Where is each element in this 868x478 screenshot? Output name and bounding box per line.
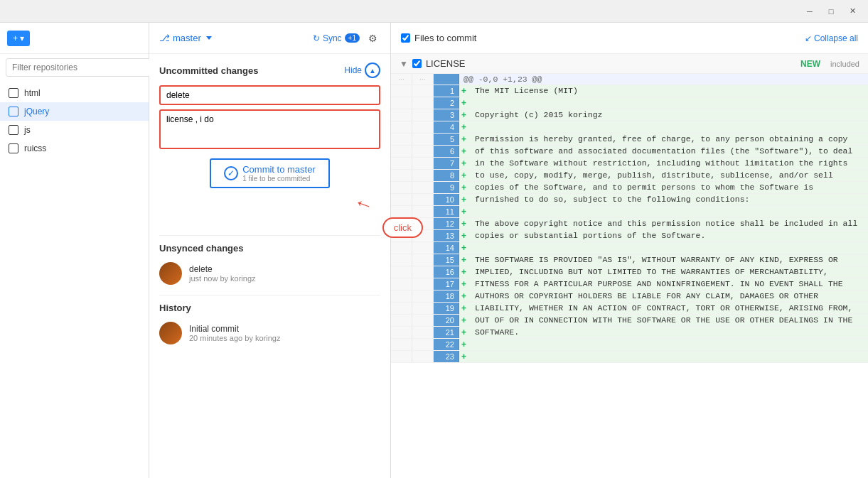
line-content: Copyright (c) 2015 koringz — [471, 109, 868, 121]
gutter-left[interactable] — [391, 242, 412, 254]
diff-line-row: 19+LIABILITY, WHETHER IN AN ACTION OF CO… — [391, 303, 868, 315]
plus-sign: + — [459, 85, 471, 97]
gutter-right[interactable] — [412, 242, 434, 254]
gutter-right[interactable] — [412, 182, 434, 193]
uncommitted-section: Uncommitted changes Hide ▲ license , i d… — [149, 54, 390, 200]
filter-repositories-input[interactable] — [6, 58, 154, 77]
diff-line-row: 17+FITNESS FOR A PARTICULAR PURPOSE AND … — [391, 278, 868, 290]
commit-description-input[interactable]: license , i do — [159, 109, 380, 149]
line-number: 12 — [434, 218, 459, 229]
gutter-left[interactable] — [391, 182, 412, 193]
gutter-right[interactable] — [412, 146, 434, 157]
line-number-empty — [434, 74, 459, 85]
maximize-button[interactable]: □ — [821, 4, 841, 19]
close-button[interactable]: ✕ — [842, 4, 862, 19]
gutter-left[interactable] — [391, 146, 412, 157]
gutter-left[interactable] — [391, 194, 412, 205]
unsynced-section: Unsynced changes delete just now by kori… — [149, 236, 390, 295]
commit-button[interactable]: ✓ Commit to master 1 file to be committe… — [210, 158, 330, 188]
files-to-commit-checkbox[interactable] — [401, 33, 410, 43]
gutter-left[interactable] — [391, 351, 412, 362]
gutter-right[interactable] — [412, 121, 434, 133]
gutter-right[interactable] — [412, 97, 434, 109]
sidebar: + ▾ html jQuery js ruicss — [0, 23, 149, 478]
collapse-all-button[interactable]: ↙ Collapse all — [805, 33, 858, 43]
gutter-left[interactable] — [391, 158, 412, 169]
repo-icon — [9, 107, 18, 116]
line-number: 3 — [434, 109, 459, 121]
add-button[interactable]: + ▾ — [7, 31, 30, 46]
history-item[interactable]: Initial commit 20 minutes ago by koringz — [159, 319, 380, 347]
commit-button-main-label: Commit to master — [242, 164, 316, 175]
plus-sign: + — [459, 194, 471, 205]
gutter-left[interactable] — [391, 339, 412, 350]
gutter-left[interactable] — [391, 327, 412, 338]
gutter-right[interactable] — [412, 85, 434, 97]
settings-button[interactable]: ⚙ — [365, 30, 380, 47]
plus-sign: + — [459, 303, 471, 314]
gutter-left[interactable] — [391, 134, 412, 145]
gutter-right[interactable] — [412, 194, 434, 205]
gutter-left[interactable] — [391, 290, 412, 302]
collapse-file-icon[interactable]: ▼ — [400, 59, 408, 69]
minimize-button[interactable]: ─ — [800, 4, 820, 19]
gutter-left[interactable] — [391, 278, 412, 290]
gutter-right[interactable] — [412, 170, 434, 181]
gutter-right[interactable] — [412, 206, 434, 217]
file-checkbox[interactable] — [412, 59, 422, 68]
diff-line-row: 6+of this software and associated docume… — [391, 146, 868, 158]
line-content: The above copyright notice and this perm… — [471, 218, 868, 229]
sync-label: Sync — [323, 33, 342, 43]
line-content — [471, 97, 868, 109]
files-to-commit-checkbox-label[interactable]: Files to commit — [401, 33, 476, 43]
gutter-right[interactable] — [412, 303, 434, 314]
line-content: THE SOFTWARE IS PROVIDED "AS IS", WITHOU… — [471, 254, 868, 266]
sidebar-item-ruicss[interactable]: ruicss — [0, 139, 149, 158]
gutter-right[interactable] — [412, 278, 434, 290]
diff-line-row: 15+THE SOFTWARE IS PROVIDED "AS IS", WIT… — [391, 254, 868, 266]
gutter-left[interactable] — [391, 266, 412, 278]
gutter-right[interactable] — [412, 327, 434, 338]
unsynced-title: Unsynced changes — [159, 243, 380, 254]
gutter-right[interactable] — [412, 109, 434, 121]
gutter-right[interactable] — [412, 351, 434, 362]
plus-sign: + — [459, 339, 471, 350]
line-content: of this software and associated document… — [471, 146, 868, 157]
gutter-left[interactable] — [391, 97, 412, 109]
line-number: 16 — [434, 266, 459, 278]
gutter-right[interactable] — [412, 134, 434, 145]
unsynced-item[interactable]: delete just now by koringz — [159, 259, 380, 288]
gutter-right[interactable] — [412, 158, 434, 169]
gutter-left[interactable] — [391, 109, 412, 121]
repo-icon — [9, 88, 18, 98]
gutter-left[interactable] — [391, 206, 412, 217]
gutter-right-dots[interactable]: ··· — [412, 74, 434, 85]
gutter-left-dots[interactable]: ··· — [391, 74, 412, 85]
gutter-right[interactable] — [412, 339, 434, 350]
line-content: furnished to do so, subject to the follo… — [471, 194, 868, 205]
gutter-left[interactable] — [391, 170, 412, 181]
gutter-left[interactable] — [391, 303, 412, 314]
commit-summary-input[interactable] — [159, 85, 380, 105]
gutter-right[interactable] — [412, 315, 434, 326]
hide-label: Hide — [344, 65, 362, 75]
sidebar-item-js[interactable]: js — [0, 121, 149, 139]
sync-button[interactable]: ↻ Sync +1 — [313, 33, 360, 43]
gutter-left[interactable] — [391, 121, 412, 133]
gutter-right[interactable] — [412, 290, 434, 302]
sidebar-item-html[interactable]: html — [0, 84, 149, 102]
gutter-left[interactable] — [391, 254, 412, 266]
gutter-right[interactable] — [412, 266, 434, 278]
gutter-left[interactable] — [391, 315, 412, 326]
sidebar-item-jquery[interactable]: jQuery — [0, 102, 149, 121]
avatar-history-image — [159, 322, 182, 344]
branch-button[interactable]: ⎇ master — [159, 33, 212, 43]
diff-line-row: 14+ — [391, 242, 868, 254]
line-number: 7 — [434, 158, 459, 169]
diff-line-row: 20+OUT OF OR IN CONNECTION WITH THE SOFT… — [391, 315, 868, 327]
plus-icon: + — [13, 33, 18, 43]
hide-button[interactable]: Hide ▲ — [344, 63, 380, 78]
gutter-right[interactable] — [412, 254, 434, 266]
gutter-left[interactable] — [391, 85, 412, 97]
diff-line-row: 10+furnished to do so, subject to the fo… — [391, 194, 868, 206]
